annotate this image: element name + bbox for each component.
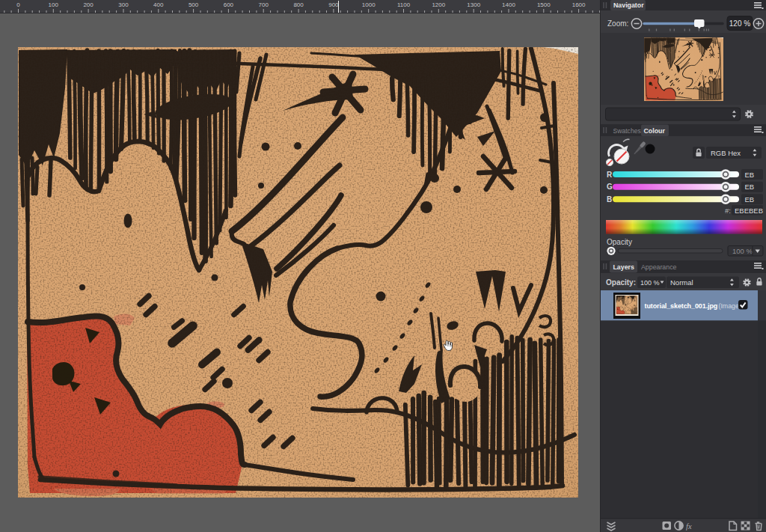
- svg-text:EB: EB: [745, 183, 755, 191]
- svg-text:Colour: Colour: [644, 127, 666, 135]
- svg-text:Layers: Layers: [613, 263, 634, 271]
- svg-text:Normal: Normal: [670, 278, 693, 287]
- svg-text:200: 200: [83, 1, 94, 8]
- svg-text:Navigator: Navigator: [613, 1, 644, 9]
- svg-text:G: G: [607, 183, 613, 191]
- svg-text:300: 300: [118, 1, 129, 8]
- svg-text:800: 800: [293, 1, 304, 8]
- svg-text:tutorial_sketch_001.jpg: tutorial_sketch_001.jpg: [645, 302, 718, 310]
- svg-text:Zoom:: Zoom:: [607, 19, 628, 28]
- svg-text:#:: #:: [725, 207, 731, 215]
- svg-text:Opacity: Opacity: [607, 238, 632, 246]
- svg-text:400: 400: [153, 1, 164, 8]
- svg-text:R: R: [607, 171, 613, 179]
- svg-text:900: 900: [328, 1, 339, 8]
- svg-text:RGB Hex: RGB Hex: [711, 149, 741, 157]
- svg-text:1200: 1200: [432, 1, 445, 8]
- svg-text:Swatches: Swatches: [613, 127, 641, 135]
- svg-text:1000: 1000: [362, 1, 376, 8]
- svg-text:1300: 1300: [467, 1, 480, 8]
- svg-text:EBEBEB: EBEBEB: [735, 207, 763, 215]
- svg-text:EB: EB: [745, 171, 755, 179]
- svg-text:Opacity:: Opacity:: [606, 278, 636, 287]
- svg-text:500: 500: [189, 1, 199, 8]
- svg-text:600: 600: [224, 1, 234, 8]
- svg-text:EB: EB: [745, 195, 755, 204]
- svg-text:1400: 1400: [502, 1, 515, 8]
- svg-text:100 %: 100 %: [732, 247, 753, 255]
- svg-text:1600: 1600: [572, 1, 586, 8]
- svg-text:1100: 1100: [397, 1, 411, 8]
- svg-text:fx: fx: [686, 522, 692, 531]
- svg-text:700: 700: [259, 1, 269, 8]
- svg-text:B: B: [607, 195, 612, 204]
- svg-text:1500: 1500: [537, 1, 551, 8]
- svg-text:(Image: (Image: [719, 302, 739, 310]
- svg-text:120 %: 120 %: [729, 19, 750, 28]
- svg-text:100 %: 100 %: [640, 279, 660, 287]
- svg-text:100: 100: [49, 1, 59, 8]
- svg-text:0: 0: [16, 1, 20, 8]
- svg-text:Appearance: Appearance: [641, 263, 677, 271]
